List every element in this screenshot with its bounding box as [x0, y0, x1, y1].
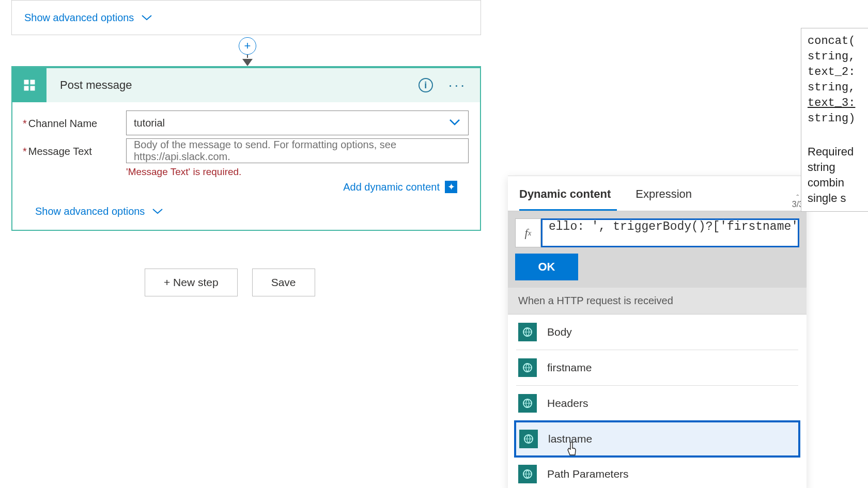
dynamic-item-body[interactable]: Body	[516, 314, 798, 350]
add-dynamic-content-link[interactable]: Add dynamic content	[343, 181, 440, 193]
channel-name-select[interactable]: tutorial	[126, 111, 469, 135]
dynamic-item-label: firstname	[547, 361, 592, 374]
more-menu-icon[interactable]: ···	[448, 77, 467, 93]
tab-expression[interactable]: Expression	[636, 182, 698, 211]
dynamic-item-label: Headers	[547, 397, 588, 410]
show-advanced-link-top[interactable]: Show advanced options	[24, 12, 152, 24]
message-error-text: 'Message Text' is required.	[126, 166, 469, 178]
dynamic-item-firstname[interactable]: firstname	[516, 350, 798, 386]
info-icon[interactable]: i	[419, 78, 433, 92]
card-title: Post message	[60, 78, 419, 92]
http-trigger-icon	[518, 465, 537, 483]
message-placeholder: Body of the message to send. For formatt…	[134, 139, 461, 163]
new-step-button[interactable]: + New step	[145, 269, 238, 296]
channel-name-label: *Channel Name	[23, 111, 126, 130]
tab-dynamic-content[interactable]: Dynamic content	[519, 182, 617, 211]
chevron-down-icon	[141, 12, 152, 24]
http-trigger-icon	[518, 358, 537, 377]
slack-icon	[12, 68, 47, 102]
dynamic-item-headers[interactable]: Headers	[516, 386, 798, 421]
dynamic-item-lastname[interactable]: lastname	[514, 420, 800, 458]
previous-step-card: Show advanced options	[11, 0, 481, 35]
arrow-down-icon	[242, 59, 253, 66]
fx-icon: fx	[515, 218, 541, 247]
dynamic-item-label: Body	[547, 326, 572, 338]
show-advanced-link[interactable]: Show advanced options	[23, 199, 469, 221]
http-trigger-icon	[519, 430, 538, 448]
post-message-card: Post message i ··· *Channel Name tutoria…	[11, 66, 481, 231]
add-step-plus-button[interactable]: +	[239, 37, 256, 55]
chevron-down-icon	[152, 206, 163, 217]
dynamic-item-path-parameters[interactable]: Path Parameters	[516, 456, 798, 488]
message-text-label: *Message Text	[23, 138, 126, 158]
chevron-down-icon	[448, 117, 461, 129]
post-message-header[interactable]: Post message i ···	[12, 68, 480, 102]
save-button[interactable]: Save	[252, 269, 315, 296]
dynamic-content-popup: Dynamic content Expression ˆ 3/3 fx ello…	[508, 176, 807, 488]
http-trigger-icon	[518, 394, 537, 413]
flow-connector: +	[236, 35, 259, 66]
dynamic-item-label: Path Parameters	[547, 468, 629, 480]
add-dynamic-content-badge-icon[interactable]: ✦	[445, 181, 457, 193]
show-advanced-label: Show advanced options	[24, 12, 134, 24]
message-text-input[interactable]: Body of the message to send. For formatt…	[126, 138, 469, 163]
expression-input[interactable]: ello: ', triggerBody()?['firstname'], tr…	[541, 218, 799, 247]
intellisense-signature-tooltip: concat( string, text_2: string, text_3: …	[801, 28, 868, 212]
ok-button[interactable]: OK	[515, 254, 578, 280]
http-trigger-icon	[518, 323, 537, 341]
dynamic-group-header: When a HTTP request is received	[508, 288, 807, 314]
channel-selected-value: tutorial	[134, 117, 165, 129]
dynamic-item-label: lastname	[548, 433, 592, 445]
